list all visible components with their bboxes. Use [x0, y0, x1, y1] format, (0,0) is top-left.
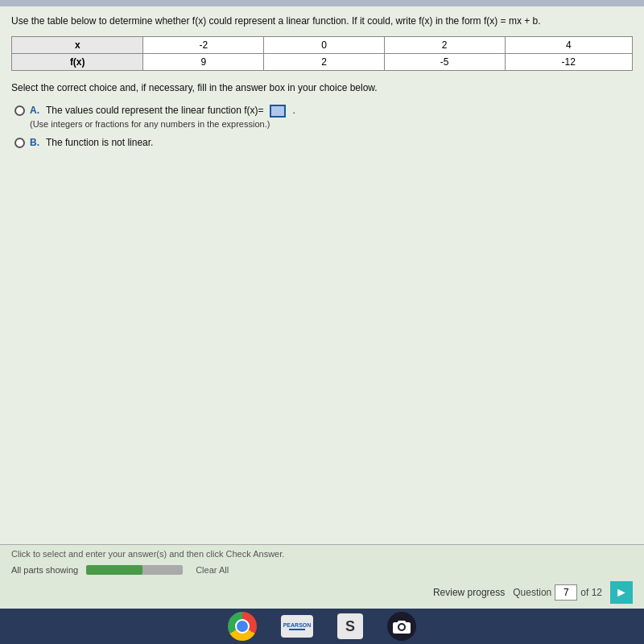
progress-bar-fill	[86, 565, 142, 575]
choice-b-label: B.	[30, 137, 39, 148]
choice-a-label: A.	[30, 105, 39, 116]
pearson-logo-line	[289, 629, 305, 630]
choice-a[interactable]: A. The values could represent the linear…	[14, 105, 633, 118]
table-cell-x1: -2	[143, 36, 264, 53]
table-cell-x2: 0	[264, 36, 385, 53]
bottom-bar: Click to select and enter your answer(s)…	[0, 544, 644, 609]
table-cell-fx2: 2	[264, 53, 385, 70]
top-bar	[0, 0, 644, 6]
check-answer-text: Click to select and enter your answer(s)…	[0, 544, 644, 562]
clear-all-button[interactable]: Clear All	[196, 565, 229, 575]
table-cell-fx1: 9	[143, 53, 264, 70]
of-label: of 12	[580, 587, 602, 598]
main-content: Use the table below to determine whether…	[0, 6, 644, 544]
data-table: x -2 0 2 4 f(x) 9 2 -5 -12	[11, 36, 633, 71]
camera-icon[interactable]	[387, 612, 416, 641]
status-row: All parts showing Clear All	[0, 562, 644, 578]
progress-bar-container	[86, 565, 183, 575]
screen: Use the table below to determine whether…	[0, 0, 644, 644]
all-parts-label: All parts showing	[11, 565, 78, 575]
question-label: Question	[513, 587, 551, 598]
radio-a[interactable]	[14, 105, 25, 116]
period: .	[292, 105, 295, 116]
table-cell-x3: 2	[384, 36, 505, 53]
question-nav: Question of 12	[513, 584, 602, 601]
choice-a-text: The values could represent the linear fu…	[46, 105, 263, 116]
question-number-input[interactable]	[555, 584, 577, 601]
choice-b[interactable]: B. The function is not linear.	[14, 137, 633, 148]
pearson-icon[interactable]: PEARSON	[281, 615, 313, 638]
answer-input-box[interactable]	[270, 105, 286, 118]
nav-row: Review progress Question of 12 ►	[0, 578, 644, 609]
next-icon: ►	[615, 585, 628, 600]
table-cell-x4: 4	[505, 36, 633, 53]
s-label: S	[345, 618, 355, 635]
radio-b[interactable]	[14, 138, 25, 148]
choice-b-text: The function is not linear.	[46, 137, 153, 148]
chrome-icon[interactable]	[228, 612, 257, 641]
select-instruction: Select the correct choice and, if necess…	[11, 82, 633, 93]
question-instruction: Use the table below to determine whether…	[11, 14, 633, 28]
table-row-fx: f(x) 9 2 -5 -12	[12, 53, 633, 70]
next-button[interactable]: ►	[610, 581, 633, 604]
choice-a-row: A. The values could represent the linear…	[14, 105, 633, 129]
table-cell-fx3: -5	[384, 53, 505, 70]
choice-a-subtext: (Use integers or fractions for any numbe…	[30, 119, 633, 129]
review-progress-button[interactable]: Review progress	[433, 587, 505, 598]
table-cell-fx4: -12	[505, 53, 633, 70]
table-header-fx: f(x)	[12, 53, 143, 70]
taskbar: PEARSON S	[0, 609, 644, 644]
table-header-x: x	[12, 36, 143, 53]
s-icon[interactable]: S	[337, 613, 363, 639]
table-row-x: x -2 0 2 4	[12, 36, 633, 53]
pearson-label: PEARSON	[283, 622, 312, 628]
camera-svg	[393, 619, 411, 634]
answer-choices: A. The values could represent the linear…	[14, 105, 633, 148]
